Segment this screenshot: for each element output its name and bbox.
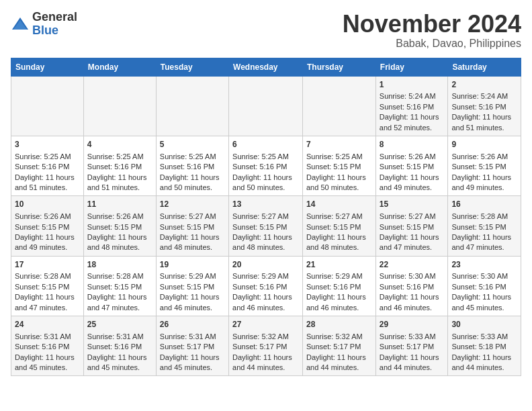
day-cell: 24Sunrise: 5:31 AMSunset: 5:16 PMDayligh… [11,316,84,376]
header-thursday: Thursday [303,58,376,76]
logo-text: General Blue [32,11,77,38]
sunrise-text: Sunrise: 5:33 AM [451,332,508,340]
sunrise-text: Sunrise: 5:31 AM [15,332,71,340]
header-wednesday: Wednesday [229,58,303,76]
day-cell: 3Sunrise: 5:25 AMSunset: 5:16 PMDaylight… [11,136,84,195]
daylight-text: Daylight: 11 hours and 47 minutes. [87,293,147,311]
day-cell: 4Sunrise: 5:25 AMSunset: 5:16 PMDaylight… [83,136,156,195]
day-number: 13 [232,199,299,210]
day-number: 4 [87,139,152,150]
daylight-text: Daylight: 11 hours and 50 minutes. [160,173,220,191]
sunrise-text: Sunrise: 5:28 AM [15,272,71,280]
day-cell: 21Sunrise: 5:29 AMSunset: 5:16 PMDayligh… [303,256,376,316]
daylight-text: Daylight: 11 hours and 44 minutes. [380,353,439,371]
sunset-text: Sunset: 5:16 PM [380,103,434,111]
day-number: 15 [380,199,445,210]
day-cell [11,76,84,136]
day-cell: 11Sunrise: 5:26 AMSunset: 5:15 PMDayligh… [83,196,156,256]
daylight-text: Daylight: 11 hours and 45 minutes. [87,353,147,371]
day-number: 18 [87,259,152,271]
daylight-text: Daylight: 11 hours and 49 minutes. [451,173,511,191]
calendar-table: SundayMondayTuesdayWednesdayThursdayFrid… [11,58,521,377]
day-cell: 20Sunrise: 5:29 AMSunset: 5:16 PMDayligh… [229,256,303,316]
day-number: 12 [160,199,225,210]
sunset-text: Sunset: 5:17 PM [306,342,361,351]
sunset-text: Sunset: 5:15 PM [451,223,506,231]
sunset-text: Sunset: 5:16 PM [232,283,287,291]
title-block: November 2024 Babak, Davao, Philippines [343,11,521,50]
day-number: 16 [451,199,517,210]
daylight-text: Daylight: 11 hours and 44 minutes. [232,353,292,371]
sunrise-text: Sunrise: 5:29 AM [160,272,216,280]
daylight-text: Daylight: 11 hours and 48 minutes. [87,233,147,251]
day-cell: 2Sunrise: 5:24 AMSunset: 5:16 PMDaylight… [448,76,521,136]
daylight-text: Daylight: 11 hours and 48 minutes. [232,233,292,251]
daylight-text: Daylight: 11 hours and 51 minutes. [451,113,511,131]
sunrise-text: Sunrise: 5:31 AM [160,332,216,340]
day-cell: 10Sunrise: 5:26 AMSunset: 5:15 PMDayligh… [11,196,84,256]
logo-blue: Blue [32,24,77,38]
daylight-text: Daylight: 11 hours and 44 minutes. [451,353,511,371]
week-row-2: 3Sunrise: 5:25 AMSunset: 5:16 PMDaylight… [11,136,521,195]
day-number: 22 [380,259,445,271]
day-cell: 19Sunrise: 5:29 AMSunset: 5:15 PMDayligh… [156,256,228,316]
sunrise-text: Sunrise: 5:28 AM [451,212,508,220]
sunrise-text: Sunrise: 5:25 AM [160,152,216,161]
daylight-text: Daylight: 11 hours and 44 minutes. [306,353,366,371]
daylight-text: Daylight: 11 hours and 45 minutes. [160,353,220,371]
sunset-text: Sunset: 5:16 PM [451,103,506,111]
day-cell: 18Sunrise: 5:28 AMSunset: 5:15 PMDayligh… [83,256,156,316]
sunrise-text: Sunrise: 5:25 AM [87,152,144,161]
header-tuesday: Tuesday [156,58,228,76]
day-cell: 27Sunrise: 5:32 AMSunset: 5:17 PMDayligh… [229,316,303,376]
day-cell [83,76,156,136]
day-cell: 29Sunrise: 5:33 AMSunset: 5:17 PMDayligh… [375,316,448,376]
sunrise-text: Sunrise: 5:26 AM [451,152,508,161]
sunset-text: Sunset: 5:16 PM [451,283,506,291]
day-cell: 7Sunrise: 5:25 AMSunset: 5:15 PMDaylight… [303,136,376,195]
day-number: 5 [160,139,225,150]
day-number: 28 [306,319,372,330]
sunrise-text: Sunrise: 5:29 AM [306,272,363,280]
logo-icon [11,16,30,32]
day-cell [156,76,228,136]
day-cell: 16Sunrise: 5:28 AMSunset: 5:15 PMDayligh… [448,196,521,256]
sunrise-text: Sunrise: 5:26 AM [87,212,144,220]
day-number: 7 [306,139,372,150]
daylight-text: Daylight: 11 hours and 47 minutes. [15,293,75,311]
day-cell: 13Sunrise: 5:27 AMSunset: 5:15 PMDayligh… [229,196,303,256]
daylight-text: Daylight: 11 hours and 51 minutes. [15,173,75,191]
sunrise-text: Sunrise: 5:27 AM [160,212,216,220]
day-number: 6 [232,139,299,150]
daylight-text: Daylight: 11 hours and 50 minutes. [306,173,366,191]
sunrise-text: Sunrise: 5:24 AM [380,92,436,100]
sunset-text: Sunset: 5:15 PM [306,223,361,231]
sunset-text: Sunset: 5:15 PM [380,163,434,171]
sunset-text: Sunset: 5:17 PM [160,342,214,351]
day-number: 29 [380,319,445,330]
sunrise-text: Sunrise: 5:31 AM [87,332,144,340]
sunrise-text: Sunrise: 5:24 AM [451,92,508,100]
sunrise-text: Sunrise: 5:27 AM [380,212,436,220]
week-row-3: 10Sunrise: 5:26 AMSunset: 5:15 PMDayligh… [11,196,521,256]
sunset-text: Sunset: 5:16 PM [232,163,287,171]
day-number: 9 [451,139,517,150]
daylight-text: Daylight: 11 hours and 50 minutes. [232,173,292,191]
daylight-text: Daylight: 11 hours and 48 minutes. [160,233,220,251]
day-number: 17 [15,259,80,271]
day-number: 1 [380,79,445,91]
day-number: 8 [380,139,445,150]
sunset-text: Sunset: 5:15 PM [160,283,214,291]
day-cell: 30Sunrise: 5:33 AMSunset: 5:18 PMDayligh… [448,316,521,376]
day-number: 30 [451,319,517,330]
day-cell: 8Sunrise: 5:26 AMSunset: 5:15 PMDaylight… [375,136,448,195]
sunset-text: Sunset: 5:16 PM [15,342,69,351]
week-row-1: 1Sunrise: 5:24 AMSunset: 5:16 PMDaylight… [11,76,521,136]
daylight-text: Daylight: 11 hours and 46 minutes. [160,293,220,311]
day-cell: 6Sunrise: 5:25 AMSunset: 5:16 PMDaylight… [229,136,303,195]
sunrise-text: Sunrise: 5:25 AM [232,152,289,161]
day-cell: 12Sunrise: 5:27 AMSunset: 5:15 PMDayligh… [156,196,228,256]
calendar-header: SundayMondayTuesdayWednesdayThursdayFrid… [11,58,521,76]
sunrise-text: Sunrise: 5:33 AM [380,332,436,340]
day-cell: 26Sunrise: 5:31 AMSunset: 5:17 PMDayligh… [156,316,228,376]
